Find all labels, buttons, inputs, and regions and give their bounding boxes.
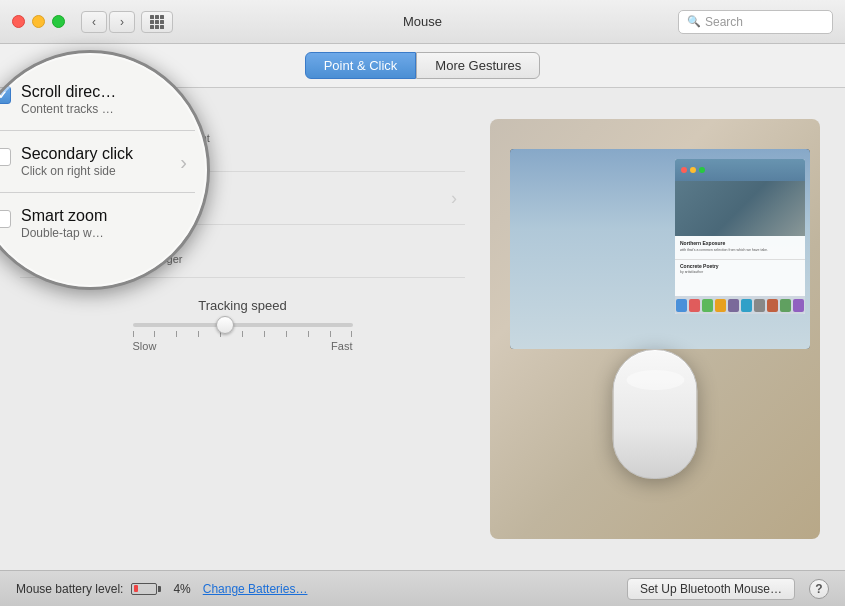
dock-icon — [741, 299, 752, 312]
nav-forward-button[interactable]: › — [109, 11, 135, 33]
screen-article-body: with that's a common selection from whic… — [680, 248, 800, 253]
magnifier-scroll-subtitle: Content tracks … — [21, 102, 116, 116]
grid-icon — [150, 15, 164, 29]
mac-screen-inner: Northern Exposure with that's a common s… — [510, 149, 810, 349]
dock-icon — [702, 299, 713, 312]
battery-percentage: 4% — [173, 582, 190, 596]
magnifier-secondary-checkbox[interactable] — [0, 148, 11, 166]
magnifier-content: ✓ Scroll direc… Content tracks … Seconda… — [0, 53, 207, 270]
magnifier-smart-zoom-checkbox[interactable] — [0, 210, 11, 228]
traffic-lights — [12, 15, 65, 28]
screen-dock — [675, 296, 805, 314]
screen-article-image — [675, 181, 805, 236]
dock-icon — [793, 299, 804, 312]
magnifier-scroll-title: Scroll direc… — [21, 83, 116, 101]
battery-icon — [131, 583, 161, 595]
screen-dot-min — [690, 167, 696, 173]
screen-header — [675, 159, 805, 181]
dock-icon — [780, 299, 791, 312]
window-title: Mouse — [403, 14, 442, 29]
magnifier-secondary-text: Secondary click Click on right side — [21, 145, 133, 178]
search-placeholder: Search — [705, 15, 743, 29]
bottom-bar: Mouse battery level: 4% Change Batteries… — [0, 570, 845, 606]
mouse-preview: Northern Exposure with that's a common s… — [490, 119, 820, 539]
tracking-slider-container: Slow Fast — [133, 323, 353, 352]
magnifier-scroll-text: Scroll direc… Content tracks … — [21, 83, 116, 116]
magnifier-row-smart-zoom: Smart zoom Double-tap w… — [0, 193, 195, 254]
nav-back-button[interactable]: ‹ — [81, 11, 107, 33]
mac-screen-mockup: Northern Exposure with that's a common s… — [510, 149, 810, 349]
magnifier-smart-zoom-title: Smart zoom — [21, 207, 107, 225]
search-icon: 🔍 — [687, 15, 701, 28]
dock-icon — [715, 299, 726, 312]
tab-more-gestures[interactable]: More Gestures — [416, 52, 540, 79]
tracking-speed-label: Tracking speed — [198, 298, 286, 313]
screen-article2: Concrete Poetry by artist/author — [675, 259, 805, 277]
magnifier-row-scroll: ✓ Scroll direc… Content tracks … — [0, 69, 195, 131]
change-batteries-button[interactable]: Change Batteries… — [203, 582, 308, 596]
dock-icon — [676, 299, 687, 312]
tracking-slider-track[interactable] — [133, 323, 353, 327]
slider-slow-label: Slow — [133, 340, 157, 352]
mac-screen-content: Northern Exposure with that's a common s… — [675, 159, 805, 314]
close-button[interactable] — [12, 15, 25, 28]
slider-labels: Slow Fast — [133, 340, 353, 352]
magnifier-scroll-checkbox[interactable]: ✓ — [0, 86, 11, 104]
maximize-button[interactable] — [52, 15, 65, 28]
tab-point-click[interactable]: Point & Click — [305, 52, 417, 79]
magnifier-row-secondary: Secondary click Click on right side › — [0, 131, 195, 193]
screen-article-title: Northern Exposure — [680, 240, 800, 246]
dock-icon — [689, 299, 700, 312]
magnifier-secondary-title: Secondary click — [21, 145, 133, 163]
secondary-click-arrow-icon: › — [451, 188, 457, 209]
help-button[interactable]: ? — [809, 579, 829, 599]
magnifier-circle: ✓ Scroll direc… Content tracks … Seconda… — [0, 50, 210, 290]
battery-label: Mouse battery level: — [16, 582, 123, 596]
battery-fill — [134, 585, 138, 592]
search-box[interactable]: 🔍 Search — [678, 10, 833, 34]
magnifier-secondary-subtitle: Click on right side — [21, 164, 133, 178]
app-grid-button[interactable] — [141, 11, 173, 33]
magnifier-smart-zoom-subtitle: Double-tap w… — [21, 226, 107, 240]
screen-dot-max — [699, 167, 705, 173]
magic-mouse — [613, 349, 698, 479]
magnifier-secondary-arrow-icon: › — [180, 151, 187, 174]
battery-tip — [158, 586, 161, 592]
setup-bluetooth-button[interactable]: Set Up Bluetooth Mouse… — [627, 578, 795, 600]
slider-ticks — [133, 331, 353, 337]
dock-icon — [767, 299, 778, 312]
slider-fast-label: Fast — [331, 340, 352, 352]
screen-article-text: Northern Exposure with that's a common s… — [675, 236, 805, 257]
dock-icon — [728, 299, 739, 312]
right-panel: Northern Exposure with that's a common s… — [485, 104, 825, 554]
minimize-button[interactable] — [32, 15, 45, 28]
magnifier-smart-zoom-text: Smart zoom Double-tap w… — [21, 207, 107, 240]
battery-body — [131, 583, 157, 595]
tracking-section: Tracking speed Slow Fast — [20, 290, 465, 360]
screen-article2-body: by artist/author — [680, 270, 800, 274]
tracking-slider-thumb[interactable] — [216, 316, 234, 334]
screen-article2-title: Concrete Poetry — [680, 263, 800, 269]
titlebar: ‹ › Mouse 🔍 Search — [0, 0, 845, 44]
nav-buttons: ‹ › — [81, 11, 135, 33]
screen-dot-close — [681, 167, 687, 173]
dock-icon — [754, 299, 765, 312]
